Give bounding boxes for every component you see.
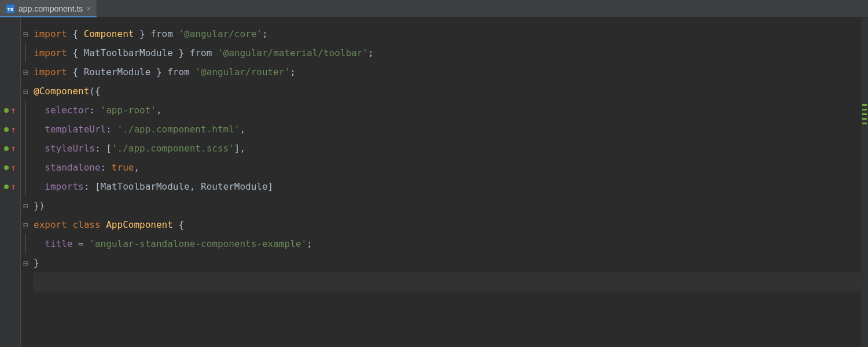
- gutter-row[interactable]: [0, 272, 20, 291]
- editor-tab-app-component[interactable]: TS app.component.ts ×: [0, 0, 97, 17]
- editor: ↑↑↑↑↑ ⊟⊟⊟⊟⊟⊟ import { Component } from '…: [0, 17, 868, 347]
- fold-toggle: [21, 177, 30, 196]
- fold-toggle: [21, 139, 30, 158]
- fold-strip[interactable]: ⊟⊟⊟⊟⊟⊟: [21, 17, 30, 347]
- vcs-change-marker: [862, 104, 867, 106]
- gutter-row[interactable]: ↑: [0, 120, 20, 139]
- fold-toggle: [21, 120, 30, 139]
- code-line[interactable]: standalone: true,: [34, 158, 861, 177]
- gutter-row[interactable]: [0, 43, 20, 62]
- fold-toggle: [21, 43, 30, 62]
- vcs-added-marker-icon: [4, 184, 9, 189]
- gutter-row[interactable]: [0, 62, 20, 82]
- editor-gutter[interactable]: ↑↑↑↑↑: [0, 17, 21, 347]
- vcs-added-marker-icon: [4, 165, 9, 170]
- code-line[interactable]: @Component({: [34, 82, 861, 101]
- fold-toggle: [21, 234, 30, 253]
- code-line[interactable]: styleUrls: ['./app.component.scss'],: [34, 139, 861, 158]
- vcs-modified-arrow-icon: ↑: [10, 143, 16, 154]
- gutter-row[interactable]: [0, 24, 20, 43]
- fold-toggle: [21, 272, 30, 291]
- fold-toggle: [21, 101, 30, 120]
- gutter-row[interactable]: ↑: [0, 101, 20, 120]
- code-line[interactable]: import { Component } from '@angular/core…: [34, 24, 861, 43]
- vcs-change-marker: [862, 123, 867, 124]
- gutter-row[interactable]: ↑: [0, 158, 20, 177]
- editor-tabbar: TS app.component.ts ×: [0, 0, 868, 17]
- gutter-row[interactable]: ↑: [0, 139, 20, 158]
- code-line[interactable]: imports: [MatToolbarModule, RouterModule…: [34, 177, 861, 196]
- code-area[interactable]: import { Component } from '@angular/core…: [30, 17, 861, 347]
- vcs-change-marker: [862, 109, 867, 110]
- fold-toggle[interactable]: ⊟: [21, 24, 30, 43]
- close-tab-icon[interactable]: ×: [86, 4, 91, 13]
- fold-toggle[interactable]: ⊟: [21, 62, 30, 82]
- vcs-change-marker: [862, 113, 867, 115]
- vcs-modified-arrow-icon: ↑: [10, 124, 16, 135]
- gutter-row[interactable]: [0, 253, 20, 272]
- vcs-added-marker-icon: [4, 146, 9, 151]
- vcs-change-marker: [862, 118, 867, 120]
- gutter-row[interactable]: ↑: [0, 177, 20, 196]
- code-line[interactable]: import { RouterModule } from '@angular/r…: [34, 62, 861, 82]
- vcs-added-marker-icon: [4, 108, 9, 113]
- code-line[interactable]: }): [34, 196, 861, 215]
- vcs-added-marker-icon: [4, 127, 9, 132]
- fold-toggle: [21, 158, 30, 177]
- gutter-row[interactable]: [0, 215, 20, 234]
- editor-tab-label: app.component.ts: [19, 4, 83, 13]
- gutter-row[interactable]: [0, 234, 20, 253]
- code-line[interactable]: import { MatToolbarModule } from '@angul…: [34, 43, 861, 62]
- vcs-modified-arrow-icon: ↑: [10, 105, 16, 116]
- gutter-row[interactable]: [0, 196, 20, 215]
- gutter-row[interactable]: [0, 82, 20, 101]
- code-line[interactable]: templateUrl: './app.component.html',: [34, 120, 861, 139]
- code-line[interactable]: selector: 'app-root',: [34, 101, 861, 120]
- fold-toggle[interactable]: ⊟: [21, 196, 30, 215]
- fold-toggle[interactable]: ⊟: [21, 82, 30, 101]
- fold-toggle[interactable]: ⊟: [21, 253, 30, 272]
- code-line[interactable]: [34, 272, 861, 291]
- code-line[interactable]: title = 'angular-standalone-components-e…: [34, 234, 861, 253]
- fold-toggle[interactable]: ⊟: [21, 215, 30, 234]
- code-line[interactable]: export class AppComponent {: [34, 215, 861, 234]
- scrollbar-marker-strip[interactable]: [861, 17, 868, 347]
- code-line[interactable]: }: [34, 253, 861, 272]
- vcs-modified-arrow-icon: ↑: [10, 181, 16, 192]
- typescript-file-icon: TS: [6, 4, 15, 13]
- vcs-modified-arrow-icon: ↑: [10, 162, 16, 173]
